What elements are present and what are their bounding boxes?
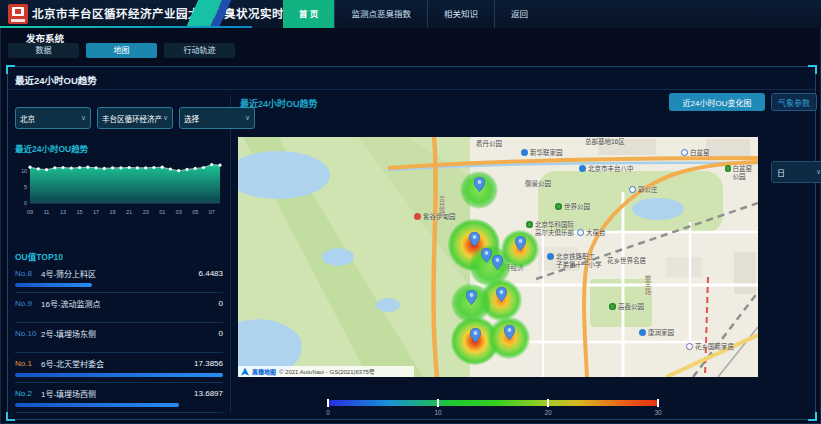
map-poi-icon	[547, 253, 554, 260]
svg-text:07: 07	[209, 209, 215, 215]
map-label: 北京铁路职工 子弟第十一小学	[547, 253, 602, 268]
map-marker-pin[interactable]	[469, 232, 480, 247]
nav-item[interactable]: 监测点恶臭指数	[334, 0, 427, 28]
ou-value: 13.6897	[194, 389, 223, 398]
map-poi-icon	[629, 186, 636, 193]
map-poi-icon	[414, 213, 421, 220]
map-poi-icon	[521, 149, 528, 156]
map-marker-pin[interactable]	[474, 177, 485, 192]
map-label: 白盆窑公园	[725, 165, 758, 180]
svg-text:01: 01	[159, 209, 165, 215]
map-label: 康润家园	[639, 329, 674, 337]
map-panel-title: 最近24小时OU趋势	[240, 97, 318, 110]
map-marker-pin[interactable]	[496, 287, 507, 302]
nav-item[interactable]: 相关知识	[427, 0, 494, 28]
nav-item[interactable]: 返回	[494, 0, 544, 28]
map-marker-pin[interactable]	[466, 290, 477, 305]
road-label: 樊羊路	[642, 275, 652, 295]
svg-text:23: 23	[143, 209, 149, 215]
road-label: 京良路	[436, 195, 446, 215]
map-canvas[interactable]: 紫谷伊甸园 看丹公园 新华联家园 御景公园 世界公园 总部基地16区 白盆窑	[238, 137, 758, 377]
chevron-down-icon: ∨	[816, 168, 821, 176]
svg-text:21: 21	[126, 209, 132, 215]
map-label: 花乡国际家居	[686, 343, 734, 351]
main-nav: 首 页监测点恶臭指数相关知识返回	[283, 0, 544, 28]
ou-top-title: OU值TOP10	[15, 250, 63, 262]
chevron-down-icon: ∨	[81, 114, 86, 122]
chevron-down-icon: ∨	[163, 114, 168, 122]
ou-top-row[interactable]: No.2 1号-填埋场西侧 13.6897	[15, 383, 223, 413]
map-label: 大葆台	[577, 229, 606, 237]
attribution-text: © 2021 AutoNavi - GS(2021)6375号	[279, 367, 375, 376]
panel-title: 最近24小时OU趋势	[15, 73, 97, 87]
park-select[interactable]: 丰台区循环经济产 ∨	[97, 107, 173, 129]
publish-tab[interactable]: 地图	[86, 43, 157, 58]
svg-text:0: 0	[24, 200, 27, 206]
map-poi-icon	[639, 329, 646, 336]
ou-value: 6.4483	[199, 269, 223, 278]
map-marker-pin[interactable]	[470, 328, 481, 343]
progress-track	[15, 403, 223, 407]
site-name: 1号-填埋场西侧	[41, 388, 194, 399]
rank-label: No.8	[15, 269, 41, 278]
publish-tab[interactable]: 行动轨迹	[164, 43, 235, 58]
ou-top-row[interactable]: No.1 6号-北天堂村委会 17.3856	[15, 353, 223, 383]
map-label: 世界公园	[555, 203, 590, 211]
svg-text:13: 13	[60, 209, 66, 215]
corner-accent	[6, 65, 15, 74]
map-poi-icon	[681, 149, 688, 156]
site-name: 16号-流动监测点	[41, 298, 219, 309]
svg-text:5: 5	[24, 184, 27, 190]
svg-text:19: 19	[110, 209, 116, 215]
corner-accent	[6, 412, 15, 421]
svg-text:03: 03	[176, 209, 182, 215]
site-name: 6号-北天堂村委会	[41, 358, 194, 369]
ou-value: 17.3856	[194, 359, 223, 368]
svg-text:10: 10	[21, 168, 27, 174]
progress-track	[15, 373, 223, 377]
progress-track	[15, 343, 223, 347]
svg-text:15: 15	[77, 209, 83, 215]
rank-label: No.9	[15, 299, 41, 308]
map-label: 新华联家园	[521, 149, 563, 157]
progress-bar	[15, 283, 92, 287]
app-logo	[8, 4, 28, 24]
map-marker-pin[interactable]	[492, 255, 503, 270]
filter-row: 北京 ∨ 丰台区循环经济产 ∨ 选择 ∨	[15, 107, 255, 129]
app-title: 北京市丰台区循环经济产业园大气恶臭状况实时	[32, 0, 284, 28]
ou-top-row[interactable]: No.8 4号-筛分上料区 6.4483	[15, 263, 223, 293]
progress-bar	[15, 373, 223, 377]
map-label: 北京市丰台八中	[579, 165, 634, 173]
map-label: 白盆窑	[681, 149, 710, 157]
map-marker-pin[interactable]	[481, 248, 492, 263]
left-column: 北京 ∨ 丰台区循环经济产 ∨ 选择 ∨ 最近24小时OU趋势 05100911…	[13, 95, 231, 413]
map-marker-pin[interactable]	[504, 325, 515, 340]
ou-top-list: No.8 4号-筛分上料区 6.4483 No.9 16号-流动监测点 0	[15, 263, 223, 413]
map-poi-icon	[686, 343, 693, 350]
trend-chart: 0510091113151719212301030507	[15, 155, 223, 219]
rank-label: No.1	[15, 359, 41, 368]
map-poi-icon	[577, 229, 584, 236]
publish-tab[interactable]: 数据	[8, 43, 79, 58]
svg-text:11: 11	[44, 209, 50, 215]
map-label: 总部基地16区	[585, 138, 625, 146]
map-attribution: 高德地图 © 2021 AutoNavi - GS(2021)6375号	[238, 366, 414, 377]
svg-text:05: 05	[192, 209, 198, 215]
city-select[interactable]: 北京 ∨	[15, 107, 91, 129]
map-poi-icon	[579, 165, 586, 172]
weather-params-button[interactable]: 气象参数	[771, 93, 817, 111]
ou-top-row[interactable]: No.10 2号-填埋场东侧 0	[15, 323, 223, 353]
right-column: 最近24小时OU趋势 近24小时OU变化图 气象参数 日 ∨	[233, 89, 813, 417]
map-marker-pin[interactable]	[515, 236, 526, 251]
date-unit-select[interactable]: 日 ∨	[771, 161, 821, 183]
publish-tabs: 数据地图行动轨迹	[8, 43, 235, 58]
map-label: 高鑫公园	[609, 303, 644, 311]
ou-change-map-button[interactable]: 近24小时OU变化图	[669, 93, 765, 111]
nav-item[interactable]: 首 页	[283, 0, 334, 28]
svg-text:17: 17	[93, 209, 99, 215]
map-poi-icon	[725, 165, 731, 172]
trend-chart-title: 最近24小时OU趋势	[15, 142, 88, 154]
progress-track	[15, 313, 223, 317]
site-name: 2号-填埋场东侧	[41, 328, 219, 339]
ou-top-row[interactable]: No.9 16号-流动监测点 0	[15, 293, 223, 323]
